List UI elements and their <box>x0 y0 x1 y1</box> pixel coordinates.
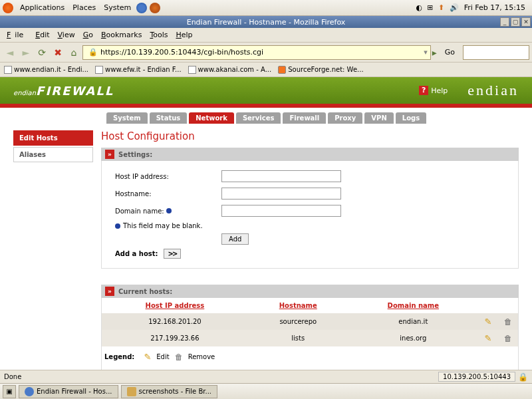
menu-system[interactable]: System <box>100 2 135 13</box>
tab-logs[interactable]: Logs <box>396 112 426 124</box>
reload-button[interactable]: ⟳ <box>35 45 49 60</box>
collapse-icon[interactable]: » <box>105 150 114 159</box>
domain-input[interactable] <box>221 205 341 217</box>
status-host: 10.139.200.5:10443 <box>438 372 515 382</box>
menu-help[interactable]: Help <box>172 29 197 41</box>
stop-button[interactable]: ✖ <box>51 45 65 60</box>
add-host-arrow-button[interactable]: >> <box>164 249 182 259</box>
hostname-label: Hostname: <box>115 190 221 198</box>
bullet-icon <box>115 223 120 229</box>
host-ip-input[interactable] <box>221 170 341 182</box>
window-title: Endian Firewall - Hostname - Mozilla Fir… <box>187 18 346 27</box>
current-hosts-body: Host IP address Hostname Domain name 192… <box>101 298 519 370</box>
add-button[interactable]: Add <box>221 233 249 245</box>
menu-tools[interactable]: Tools <box>146 29 172 41</box>
menu-view[interactable]: View <box>54 29 79 41</box>
tab-firewall[interactable]: Firewall <box>283 112 326 124</box>
search-box[interactable] <box>463 45 529 60</box>
sidebar-item-aliases[interactable]: Aliases <box>13 147 93 162</box>
delete-icon[interactable]: 🗑 <box>504 317 512 327</box>
firefox-icon <box>25 387 34 396</box>
go-button[interactable]: Go <box>441 47 459 58</box>
firefox-toolbar: ◄ ► ⟳ ✖ ⌂ 🔒 ▾ ▸ Go <box>0 43 532 63</box>
host-ip-label: Host IP address: <box>115 173 221 180</box>
edit-icon[interactable]: ✎ <box>485 317 492 327</box>
back-button[interactable]: ◄ <box>3 45 17 60</box>
blank-note: This field may be blank. <box>115 222 505 229</box>
settings-body: Host IP address: Hostname: Domain name: … <box>101 161 519 269</box>
col-ip[interactable]: Host IP address <box>102 298 248 313</box>
minimize-button[interactable]: _ <box>500 17 509 27</box>
current-hosts-header: » Current hosts: <box>101 285 519 298</box>
taskbar-item[interactable]: Endian Firewall - Hos... <box>19 385 118 398</box>
menu-bookmarks[interactable]: Bookmarks <box>97 29 146 41</box>
url-bar[interactable]: 🔒 ▾ <box>82 45 431 60</box>
sidebar: Edit Hosts Aliases <box>13 130 93 370</box>
menu-edit[interactable]: Edit <box>31 29 53 41</box>
help-icon: ? <box>419 86 428 95</box>
add-host-label: Add a host: <box>115 250 158 257</box>
update-icon[interactable]: ⬆ <box>438 3 444 12</box>
domain-label: Domain name: <box>115 207 221 215</box>
firefox-window: Endian Firewall - Hostname - Mozilla Fir… <box>0 16 532 383</box>
dropdown-icon[interactable]: ▾ <box>424 48 428 57</box>
taskbar-item[interactable]: screenshots - File Br... <box>121 385 218 398</box>
tab-services[interactable]: Services <box>236 112 281 124</box>
bookmark-link[interactable]: www.efw.it - Endian F... <box>95 66 182 74</box>
delete-icon[interactable]: 🗑 <box>504 334 512 343</box>
gnome-top-panel: Applications Places System ◐ ⊞ ⬆ 🔊 Fri F… <box>0 0 532 16</box>
menu-applications[interactable]: Applications <box>16 2 68 13</box>
maximize-button[interactable]: ▢ <box>511 17 520 27</box>
bookmark-link[interactable]: www.akanai.com - A... <box>188 66 272 74</box>
tab-network[interactable]: Network <box>189 112 234 124</box>
folder-icon <box>127 387 136 396</box>
col-hostname[interactable]: Hostname <box>248 298 348 313</box>
edit-icon[interactable]: ✎ <box>485 333 492 343</box>
menu-places[interactable]: Places <box>68 2 100 13</box>
bookmarks-toolbar: www.endian.it - Endi... www.efw.it - End… <box>0 63 532 77</box>
gnome-bottom-panel: ▣ Endian Firewall - Hos... screenshots -… <box>0 383 532 399</box>
ssl-lock-icon[interactable]: 🔒 <box>518 372 528 382</box>
tab-system[interactable]: System <box>106 112 148 124</box>
tray-icon[interactable]: ⊞ <box>427 3 433 12</box>
table-row: 217.199.23.66 lists ines.org ✎ 🗑 <box>102 330 518 346</box>
bookmark-link[interactable]: www.endian.it - Endi... <box>4 66 88 74</box>
clock[interactable]: Fri Feb 17, 15:15 <box>460 2 529 13</box>
app-launcher-icon[interactable] <box>150 3 160 13</box>
optional-marker-icon <box>166 208 172 213</box>
menu-go[interactable]: Go <box>79 29 97 41</box>
firefox-statusbar: Done 10.139.200.5:10443 🔒 <box>0 370 532 383</box>
window-titlebar: Endian Firewall - Hostname - Mozilla Fir… <box>0 16 532 28</box>
main-tabs: System Status Network Services Firewall … <box>0 108 532 124</box>
endian-logo: endianFIREWALL <box>13 84 114 98</box>
trash-icon: 🗑 <box>175 352 183 362</box>
volume-icon[interactable]: 🔊 <box>450 3 459 12</box>
col-domain[interactable]: Domain name <box>348 298 478 313</box>
browser-launcher-icon[interactable] <box>136 3 147 13</box>
forward-button[interactable]: ► <box>19 45 33 60</box>
tray-icon[interactable]: ◐ <box>416 3 422 12</box>
pencil-icon: ✎ <box>144 352 151 362</box>
ubuntu-icon[interactable] <box>3 3 13 13</box>
lock-icon: 🔒 <box>88 48 98 57</box>
page-viewport: endianFIREWALL ? Help endian System Stat… <box>0 77 532 370</box>
go-icon[interactable]: ▸ <box>432 47 437 58</box>
bookmark-link[interactable]: SourceForge.net: We... <box>278 66 363 74</box>
menu-file[interactable]: File <box>3 29 31 41</box>
url-input[interactable] <box>100 48 424 57</box>
close-button[interactable]: ✕ <box>521 17 531 27</box>
legend: Legend: ✎ Edit 🗑 Remove <box>102 346 518 367</box>
page-title: Host Configuration <box>101 130 519 142</box>
help-link[interactable]: ? Help <box>419 86 448 95</box>
show-desktop-button[interactable]: ▣ <box>3 385 16 398</box>
tab-vpn[interactable]: VPN <box>364 112 393 124</box>
tab-status[interactable]: Status <box>150 112 188 124</box>
collapse-icon[interactable]: » <box>105 287 114 296</box>
sidebar-item-edit-hosts[interactable]: Edit Hosts <box>13 130 93 146</box>
firefox-menubar: File Edit View Go Bookmarks Tools Help <box>0 28 532 43</box>
system-tray: ◐ ⊞ ⬆ 🔊 <box>414 3 460 12</box>
hostname-input[interactable] <box>221 188 341 200</box>
status-text: Done <box>4 373 21 380</box>
home-button[interactable]: ⌂ <box>66 45 81 60</box>
tab-proxy[interactable]: Proxy <box>328 112 362 124</box>
